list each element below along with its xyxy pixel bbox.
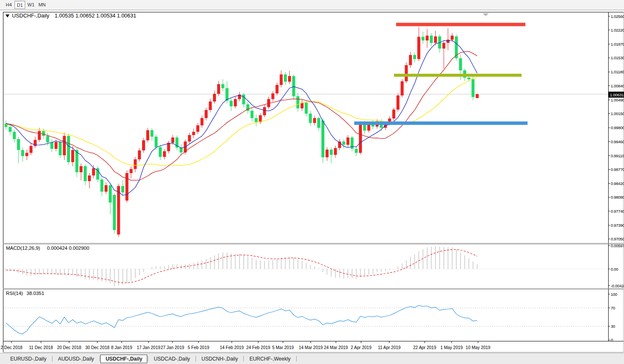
mt4-terminal: { "window": { "toolbar": { "buttons": [ … (0, 0, 624, 364)
broken-support-line[interactable] (394, 74, 522, 77)
svg-text:1.00490: 1.00490 (611, 98, 624, 102)
svg-text:1.02560: 1.02560 (611, 14, 624, 19)
svg-text:0.00: 0.00 (611, 267, 618, 272)
chart-canvas[interactable]: 1.025601.022201.018701.015301.011801.008… (0, 0, 624, 353)
svg-text:30 Dec 2018: 30 Dec 2018 (85, 345, 110, 350)
svg-text:1.00150: 1.00150 (611, 111, 624, 116)
svg-text:24 Mar 2019: 24 Mar 2019 (324, 345, 348, 350)
svg-text:22 Apr 2019: 22 Apr 2019 (413, 345, 436, 350)
svg-text:0.97390: 0.97390 (611, 223, 624, 228)
support-line[interactable] (354, 121, 528, 125)
svg-text:0.99800: 0.99800 (611, 125, 624, 130)
svg-text:1.00631: 1.00631 (610, 92, 624, 97)
tab-eurchf[interactable]: EURCHF-,Weekly (244, 355, 295, 363)
svg-text:14 Feb 2019: 14 Feb 2019 (220, 345, 244, 350)
svg-text:0.97740: 0.97740 (611, 209, 624, 214)
svg-text:1 May 2019: 1 May 2019 (440, 345, 463, 350)
svg-text:1.00840: 1.00840 (611, 84, 624, 88)
svg-text:8 Jan 2019: 8 Jan 2019 (111, 345, 132, 350)
svg-text:0.99460: 0.99460 (611, 139, 624, 144)
svg-text:-0.00424: -0.00424 (611, 283, 624, 288)
svg-text:2 Apr 2019: 2 Apr 2019 (351, 345, 372, 350)
tab-usdcnh[interactable]: USDCNH-,Daily (196, 355, 243, 363)
tab-usdchf[interactable]: USDCHF-,Daily (100, 355, 147, 363)
svg-text:100: 100 (611, 292, 617, 297)
timeframe-button-w1[interactable]: W1 (26, 1, 36, 9)
macd-label: MACD(12,26,9) (6, 246, 40, 251)
svg-text:20 Dec 2018: 20 Dec 2018 (57, 345, 82, 350)
svg-text:14 Mar 2019: 14 Mar 2019 (299, 345, 323, 350)
svg-text:1.01180: 1.01180 (611, 69, 624, 74)
tab-usdcad[interactable]: USDCAD-,Daily (149, 355, 195, 363)
svg-text:2 Dec 2018: 2 Dec 2018 (0, 345, 23, 350)
tab-separator (148, 356, 148, 361)
svg-text:5 Mar 2019: 5 Mar 2019 (272, 345, 294, 350)
tab-separator (52, 356, 52, 361)
svg-text:0.97050: 0.97050 (611, 237, 624, 241)
tab-separator (195, 356, 196, 361)
svg-text:10 May 2019: 10 May 2019 (466, 345, 490, 350)
symbol-tabbar: EURUSD-,DailyAUDUSD-,DailyUSDCHF-,DailyU… (0, 353, 624, 364)
svg-text:11 Apr 2019: 11 Apr 2019 (378, 345, 401, 350)
svg-text:27 Jan 2019: 27 Jan 2019 (160, 345, 184, 350)
svg-text:24 Feb 2019: 24 Feb 2019 (246, 345, 271, 350)
timeframe-button-d1[interactable]: D1 (15, 1, 25, 9)
svg-text:1.02220: 1.02220 (611, 28, 624, 32)
rsi-label: RSI(14) (6, 291, 23, 296)
svg-text:0.98080: 0.98080 (611, 195, 624, 199)
svg-text:0.99110: 0.99110 (611, 153, 624, 158)
resistance-line[interactable] (396, 23, 525, 26)
svg-text:0.00597: 0.00597 (611, 243, 624, 248)
timeframe-button-h4[interactable]: H4 (3, 1, 14, 9)
chart-frame (0, 10, 624, 352)
rsi-value: 38.0351 (26, 291, 44, 296)
tab-separator (99, 356, 100, 361)
tab-separator (296, 356, 297, 361)
chart-title: USDCHF-,Daily (12, 13, 50, 19)
svg-text:17 Jan 2019: 17 Jan 2019 (137, 345, 160, 350)
timeframe-toolbar: H4D1W1MN (0, 0, 624, 10)
svg-text:70: 70 (611, 306, 615, 310)
svg-text:0: 0 (611, 338, 613, 342)
current-price-tag: 1.00631 (609, 92, 624, 98)
svg-text:0.98420: 0.98420 (611, 181, 624, 186)
svg-text:30: 30 (611, 324, 615, 329)
tab-audusd[interactable]: AUDUSD-,Daily (53, 355, 99, 363)
macd-values: 0.000424 0.002900 (47, 246, 89, 251)
svg-text:1.01870: 1.01870 (611, 42, 624, 46)
svg-text:11 Dec 2018: 11 Dec 2018 (29, 345, 53, 350)
timeframe-button-mn[interactable]: MN (37, 1, 47, 9)
ohlc-readout: 1.00535 1.00652 1.00534 1.00631 (55, 13, 136, 19)
svg-text:5 Feb 2019: 5 Feb 2019 (188, 345, 210, 350)
tab-eurusd[interactable]: EURUSD-,Daily (5, 355, 52, 363)
tab-separator (243, 356, 244, 361)
svg-text:1.01530: 1.01530 (611, 55, 624, 60)
svg-text:0.98770: 0.98770 (611, 167, 624, 172)
